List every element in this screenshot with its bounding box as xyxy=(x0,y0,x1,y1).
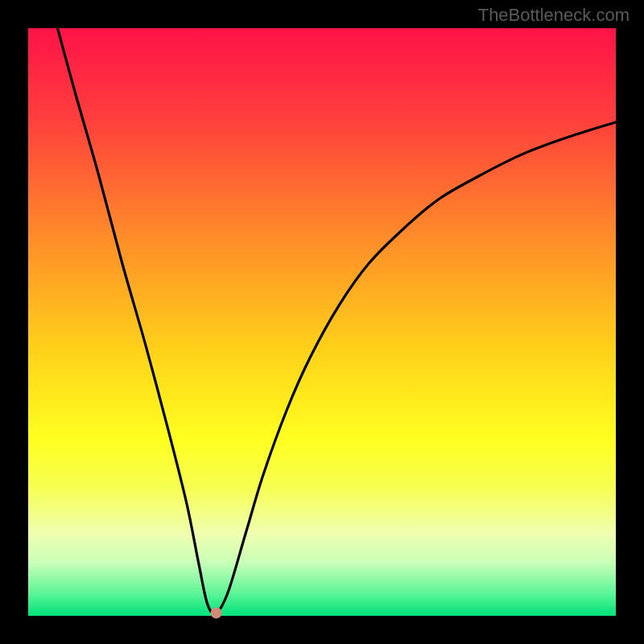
attribution-label: TheBottleneck.com xyxy=(478,5,630,26)
bottleneck-curve xyxy=(58,28,617,613)
curve-layer xyxy=(28,28,616,616)
minimum-marker xyxy=(211,607,222,618)
chart-frame: TheBottleneck.com xyxy=(0,0,644,644)
plot-area xyxy=(28,28,616,616)
